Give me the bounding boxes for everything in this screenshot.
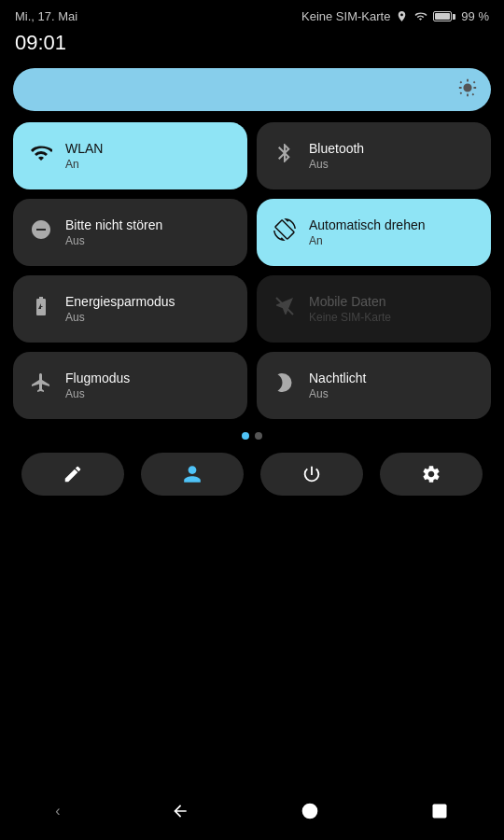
tile-wifi[interactable]: WLAN An bbox=[13, 122, 247, 189]
tile-dnd[interactable]: Bitte nicht stören Aus bbox=[13, 199, 247, 266]
mobile-data-tile-label: Mobile Daten bbox=[309, 294, 391, 309]
svg-point-1 bbox=[302, 804, 318, 819]
power-button[interactable] bbox=[260, 453, 363, 496]
bluetooth-tile-sublabel: Aus bbox=[309, 158, 364, 171]
battery-saver-tile-sublabel: Aus bbox=[65, 311, 175, 324]
quick-tiles-grid: WLAN An Bluetooth Aus Bitte nicht stören… bbox=[0, 122, 504, 419]
airplane-tile-label: Flugmodus bbox=[65, 371, 130, 385]
tile-bluetooth[interactable]: Bluetooth Aus bbox=[257, 122, 491, 189]
bluetooth-icon bbox=[272, 142, 298, 170]
nightlight-tile-sublabel: Aus bbox=[309, 387, 366, 400]
svg-rect-2 bbox=[432, 805, 446, 819]
battery-saver-tile-label: Energiesparmodus bbox=[65, 294, 175, 309]
settings-button[interactable] bbox=[380, 453, 483, 496]
edit-button[interactable] bbox=[21, 453, 124, 496]
battery-status bbox=[433, 11, 455, 21]
rotate-icon bbox=[272, 218, 298, 246]
nav-recents-button[interactable] bbox=[412, 794, 468, 828]
pencil-icon bbox=[63, 464, 83, 484]
tile-battery-saver[interactable]: Energiesparmodus Aus bbox=[13, 275, 247, 343]
nav-bar: ‹ bbox=[0, 788, 504, 840]
wifi-icon bbox=[28, 142, 54, 170]
status-bar: Mi., 17. Mai Keine SIM-Karte 99 % bbox=[0, 0, 504, 27]
settings-icon bbox=[421, 464, 441, 484]
tile-rotate[interactable]: Automatisch drehen An bbox=[257, 199, 491, 266]
dnd-tile-sublabel: Aus bbox=[65, 234, 162, 247]
bottom-actions bbox=[0, 449, 504, 505]
rotate-tile-label: Automatisch drehen bbox=[309, 217, 426, 232]
battery-percentage: 99 % bbox=[461, 9, 489, 23]
nav-back-button[interactable] bbox=[152, 794, 208, 828]
battery-saver-icon bbox=[28, 295, 54, 323]
sim-label: Keine SIM-Karte bbox=[301, 9, 390, 23]
mobile-data-tile-sublabel: Keine SIM-Karte bbox=[309, 311, 391, 324]
nav-home-button[interactable] bbox=[282, 794, 338, 828]
tile-airplane[interactable]: Flugmodus Aus bbox=[13, 352, 247, 419]
brightness-icon bbox=[457, 77, 478, 103]
page-dot-1[interactable] bbox=[242, 432, 249, 440]
power-icon bbox=[301, 464, 322, 484]
wifi-tile-sublabel: An bbox=[65, 158, 103, 171]
page-dots bbox=[0, 432, 504, 440]
airplane-icon bbox=[28, 371, 54, 399]
tile-mobile-data[interactable]: Mobile Daten Keine SIM-Karte bbox=[257, 275, 491, 343]
nightlight-icon bbox=[272, 371, 298, 399]
rotate-tile-sublabel: An bbox=[309, 234, 426, 247]
brightness-bar[interactable] bbox=[13, 68, 491, 111]
nav-chevron[interactable]: ‹ bbox=[36, 795, 78, 827]
nightlight-tile-label: Nachtlicht bbox=[309, 371, 366, 385]
home-circle-icon bbox=[301, 802, 319, 820]
location-icon bbox=[396, 10, 408, 22]
status-time: 09:01 bbox=[0, 27, 504, 63]
bluetooth-tile-label: Bluetooth bbox=[309, 141, 364, 156]
dnd-icon bbox=[28, 218, 54, 246]
page-dot-2[interactable] bbox=[255, 432, 262, 440]
wifi-tile-label: WLAN bbox=[65, 141, 103, 156]
dnd-tile-label: Bitte nicht stören bbox=[65, 217, 162, 232]
user-button[interactable] bbox=[141, 453, 244, 496]
back-icon bbox=[171, 802, 189, 820]
user-icon bbox=[182, 464, 203, 484]
recents-icon bbox=[430, 802, 449, 820]
mobile-data-icon bbox=[272, 295, 298, 323]
tile-nightlight[interactable]: Nachtlicht Aus bbox=[257, 352, 491, 419]
status-right: Keine SIM-Karte 99 % bbox=[301, 9, 489, 23]
status-date: Mi., 17. Mai bbox=[15, 9, 77, 23]
wifi-status-icon bbox=[413, 10, 427, 22]
airplane-tile-sublabel: Aus bbox=[65, 387, 130, 400]
